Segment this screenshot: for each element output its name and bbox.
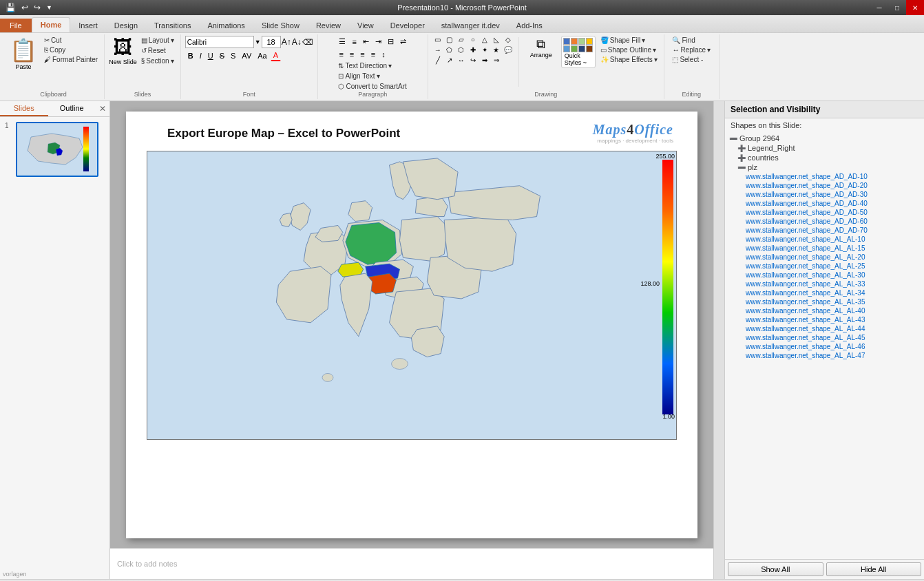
- font-increase-icon[interactable]: A↑: [282, 37, 291, 47]
- show-all-button[interactable]: Show All: [728, 562, 823, 576]
- tree-item[interactable]: www.stallwanger.net_shape_AD_AD-50: [726, 208, 923, 217]
- shape-star4[interactable]: ✦: [479, 46, 490, 56]
- shape-arrow[interactable]: →: [432, 46, 443, 56]
- copy-button[interactable]: ⎘ Copy: [42, 45, 100, 54]
- section-button[interactable]: § Section ▾: [139, 56, 176, 65]
- font-name-dropdown-icon[interactable]: ▼: [255, 39, 261, 45]
- hide-all-button[interactable]: Hide All: [826, 562, 922, 576]
- find-button[interactable]: 🔍 Find: [670, 36, 697, 45]
- font-decrease-icon[interactable]: A↓: [292, 37, 302, 47]
- shape-conn-arrow[interactable]: ↗: [444, 56, 455, 66]
- tab-view[interactable]: View: [349, 19, 382, 32]
- tree-expand-icon[interactable]: ➕: [737, 154, 746, 162]
- shadow-button[interactable]: S: [228, 50, 238, 61]
- strikethrough-button[interactable]: S: [217, 50, 227, 61]
- reset-button[interactable]: ↺ Reset: [139, 46, 176, 55]
- shape-callout[interactable]: 💬: [503, 46, 514, 56]
- notes-scrollbar[interactable]: [713, 101, 724, 579]
- font-name-input[interactable]: [185, 36, 254, 48]
- maximize-button[interactable]: □: [888, 0, 906, 15]
- tab-stallwanger[interactable]: stallwanger it.dev: [433, 19, 508, 32]
- align-center-button[interactable]: ≡: [347, 49, 357, 60]
- font-color-button[interactable]: A: [271, 50, 281, 61]
- shape-effects-button[interactable]: ✨ Shape Effects ▾: [598, 55, 660, 64]
- close-panel-button[interactable]: ✕: [96, 103, 109, 115]
- tab-animations[interactable]: Animations: [199, 19, 253, 32]
- bullets-button[interactable]: ☰: [336, 36, 348, 47]
- customize-icon[interactable]: ▼: [44, 3, 54, 12]
- tree-item[interactable]: www.stallwanger.net_shape_AL_AL-30: [726, 271, 923, 279]
- tree-item[interactable]: www.stallwanger.net_shape_AD_AD-60: [726, 217, 923, 226]
- increase-indent-button[interactable]: ⇥: [372, 36, 384, 47]
- shape-pentagon[interactable]: ⬠: [444, 46, 455, 56]
- char-spacing-button[interactable]: AV: [239, 50, 254, 61]
- replace-button[interactable]: ↔ Replace ▾: [670, 45, 713, 54]
- tree-item[interactable]: www.stallwanger.net_shape_AL_AL-47: [726, 351, 923, 360]
- tree-item[interactable]: www.stallwanger.net_shape_AL_AL-43: [726, 315, 923, 324]
- paste-button[interactable]: 📋 Paste: [7, 36, 40, 72]
- tree-item[interactable]: www.stallwanger.net_shape_AD_AD-20: [726, 181, 923, 190]
- justify-button[interactable]: ≡: [368, 49, 378, 60]
- slide-thumb-1[interactable]: 1: [3, 120, 107, 179]
- format-painter-button[interactable]: 🖌 Format Painter: [42, 55, 100, 64]
- line-spacing-button[interactable]: ↕: [379, 49, 388, 60]
- layout-button[interactable]: ▤ Layout ▾: [139, 36, 176, 45]
- tree-expand-icon[interactable]: ➕: [737, 145, 746, 152]
- notes-bar[interactable]: Click to add notes: [110, 548, 713, 579]
- shape-oval[interactable]: ○: [468, 36, 479, 45]
- redo-icon[interactable]: ↪: [32, 1, 43, 14]
- minimize-button[interactable]: ─: [870, 0, 888, 15]
- shape-cross[interactable]: ✚: [468, 46, 479, 56]
- tab-developer[interactable]: Developer: [382, 19, 433, 32]
- center-area[interactable]: Export Europe Map – Excel to PowerPoint …: [110, 101, 713, 579]
- save-icon[interactable]: 💾: [3, 1, 18, 14]
- tree-item[interactable]: www.stallwanger.net_shape_AL_AL-45: [726, 333, 923, 342]
- tree-item[interactable]: www.stallwanger.net_shape_AL_AL-20: [726, 253, 923, 262]
- tree-item[interactable]: ➕countries: [726, 153, 923, 162]
- align-right-button[interactable]: ≡: [357, 49, 367, 60]
- align-text-button[interactable]: ⊡ Align Text ▾: [336, 72, 381, 81]
- convert-smartart-button[interactable]: ⬡ Convert to SmartArt: [336, 82, 408, 91]
- tree-item[interactable]: www.stallwanger.net_shape_AL_AL-34: [726, 288, 923, 297]
- select-button[interactable]: ⬚ Select -: [670, 55, 705, 64]
- shape-block-arrow2[interactable]: ⇒: [491, 56, 502, 66]
- shape-rounded-rect[interactable]: ▢: [444, 36, 455, 45]
- tree-item[interactable]: www.stallwanger.net_shape_AL_AL-15: [726, 244, 923, 253]
- tree-item[interactable]: www.stallwanger.net_shape_AL_AL-25: [726, 262, 923, 271]
- slide-canvas[interactable]: Export Europe Map – Excel to PowerPoint …: [126, 112, 697, 538]
- close-button[interactable]: ✕: [906, 0, 924, 15]
- shape-triangle[interactable]: △: [479, 36, 490, 45]
- tree-item[interactable]: www.stallwanger.net_shape_AL_AL-33: [726, 279, 923, 288]
- tab-home[interactable]: Home: [32, 17, 71, 32]
- tree-item[interactable]: www.stallwanger.net_shape_AD_AD-40: [726, 199, 923, 208]
- tree-expand-icon[interactable]: ➖: [729, 135, 737, 142]
- tree-item[interactable]: www.stallwanger.net_shape_AL_AL-35: [726, 297, 923, 306]
- tab-slides[interactable]: Slides: [0, 101, 48, 116]
- numbering-button[interactable]: ≡: [349, 36, 359, 47]
- tree-item[interactable]: www.stallwanger.net_shape_AL_AL-44: [726, 324, 923, 333]
- tree-item[interactable]: www.stallwanger.net_shape_AD_AD-10: [726, 172, 923, 181]
- tree-item[interactable]: ➖Group 2964: [726, 134, 923, 143]
- map-container[interactable]: 255.00 128.00 1.00: [147, 151, 677, 440]
- tree-item[interactable]: ➕Legend_Right: [726, 143, 923, 153]
- shape-bend-arrow[interactable]: ↪: [468, 56, 479, 66]
- shape-block-arrow[interactable]: ➡: [479, 56, 490, 66]
- shape-hex[interactable]: ⬡: [456, 46, 467, 56]
- tab-file[interactable]: File: [0, 19, 32, 32]
- rtl-button[interactable]: ⇌: [397, 36, 409, 47]
- shape-line[interactable]: ╱: [432, 56, 443, 66]
- tab-transitions[interactable]: Transitions: [146, 19, 199, 32]
- clear-formatting-icon[interactable]: ⌫: [302, 38, 313, 47]
- new-slide-button[interactable]: 🖼 New Slide: [109, 36, 137, 65]
- tab-review[interactable]: Review: [308, 19, 349, 32]
- change-case-button[interactable]: Aa: [255, 50, 269, 61]
- arrange-button[interactable]: ⧉ Arrange: [524, 36, 558, 60]
- tree-expand-icon[interactable]: ➖: [737, 164, 746, 171]
- columns-button[interactable]: ⊟: [385, 36, 397, 47]
- shape-fill-button[interactable]: 🪣 Shape Fill ▾: [598, 36, 660, 45]
- text-direction-button[interactable]: ⇅ Text Direction ▾: [336, 61, 394, 70]
- shape-rect[interactable]: ▭: [432, 36, 443, 45]
- tree-item[interactable]: ➖plz: [726, 162, 923, 172]
- tree-item[interactable]: www.stallwanger.net_shape_AL_AL-10: [726, 235, 923, 244]
- undo-icon[interactable]: ↩: [19, 1, 30, 14]
